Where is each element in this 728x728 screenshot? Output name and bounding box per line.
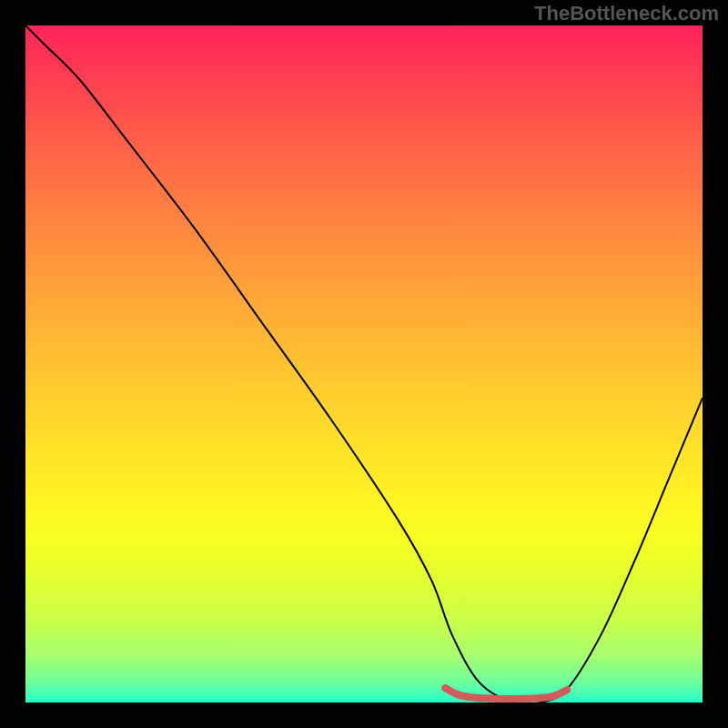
- plot-area: [25, 25, 703, 703]
- chart-container: TheBottleneck.com: [0, 0, 728, 728]
- optimal-zone-highlight: [445, 688, 567, 699]
- curve-svg: [25, 25, 703, 703]
- bottleneck-curve: [25, 25, 703, 703]
- watermark-text: TheBottleneck.com: [534, 2, 719, 25]
